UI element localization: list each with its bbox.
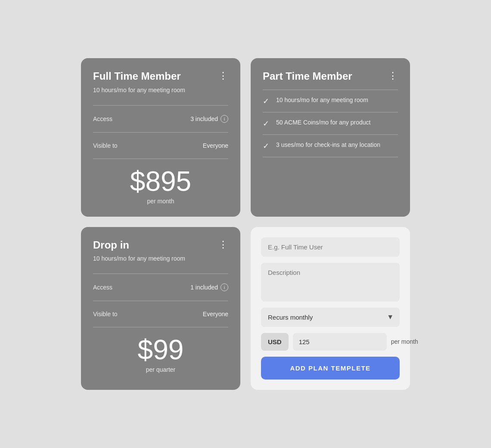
currency-badge: USD: [261, 333, 289, 351]
access-value: 3 included i: [190, 115, 228, 123]
drop-in-divider-2: [93, 301, 228, 301]
full-time-member-card: Full Time Member ⋮ 10 hours/mo for any m…: [81, 58, 240, 216]
feature-item-2: ✓ 50 ACME Coins/mo for any product: [263, 112, 398, 135]
drop-in-divider-3: [93, 327, 228, 327]
full-time-member-title: Full Time Member: [93, 70, 181, 83]
drop-in-access-value: 1 included i: [190, 283, 228, 291]
drop-in-title: Drop in: [93, 239, 129, 252]
price-input[interactable]: [293, 333, 387, 351]
access-value-text: 3 included: [190, 115, 218, 122]
feature-text-3: 3 uses/mo for check-ins at any location: [276, 141, 380, 149]
drop-in-price-amount: $99: [93, 336, 228, 364]
add-plan-button[interactable]: ADD PLAN TEMPLETE: [261, 357, 400, 380]
part-time-member-menu-icon[interactable]: ⋮: [388, 71, 398, 81]
check-icon-1: ✓: [263, 96, 269, 106]
drop-in-access-row: Access 1 included i: [93, 279, 228, 296]
drop-in-access-info-icon[interactable]: i: [221, 283, 228, 291]
visible-value: Everyone: [203, 142, 228, 149]
drop-in-card: Drop in ⋮ 10 hours/mo for any meeting ro…: [81, 227, 240, 390]
drop-in-visible-label: Visible to: [93, 311, 118, 317]
part-time-member-title: Part Time Member: [263, 70, 352, 83]
price-block: $895 per month: [93, 168, 228, 205]
feature-text-1: 10 hours/mo for any meeting room: [276, 96, 368, 105]
features-list: ✓ 10 hours/mo for any meeting room ✓ 50 …: [263, 90, 398, 157]
drop-in-subtitle: 10 hours/mo for any meeting room: [93, 255, 228, 263]
access-label: Access: [93, 115, 112, 122]
drop-in-price-block: $99 per quarter: [93, 336, 228, 373]
access-info-icon[interactable]: i: [221, 115, 228, 123]
visible-label: Visible to: [93, 142, 118, 149]
feature-text-2: 50 ACME Coins/mo for any product: [276, 118, 370, 127]
plan-description-input[interactable]: [261, 263, 400, 302]
check-icon-2: ✓: [263, 119, 269, 128]
full-time-member-subtitle: 10 hours/mo for any meeting room: [93, 86, 228, 95]
pricing-grid: Full Time Member ⋮ 10 hours/mo for any m…: [55, 32, 436, 415]
drop-in-menu-icon[interactable]: ⋮: [218, 240, 228, 249]
card-header: Full Time Member ⋮: [93, 70, 228, 83]
check-icon-3: ✓: [263, 141, 269, 151]
full-time-member-menu-icon[interactable]: ⋮: [218, 71, 228, 81]
drop-in-visible-row: Visible to Everyone: [93, 306, 228, 322]
divider-3: [93, 159, 228, 159]
feature-item-1: ✓ 10 hours/mo for any meeting room: [263, 90, 398, 112]
recurrence-select[interactable]: Recurs monthly Recurs yearly Recurs week…: [261, 308, 400, 327]
price-amount: $895: [93, 168, 228, 195]
recurrence-select-wrapper: Recurs monthly Recurs yearly Recurs week…: [261, 308, 400, 327]
per-month-label: per month: [391, 338, 418, 345]
divider-1: [93, 105, 228, 106]
drop-in-visible-value: Everyone: [203, 311, 228, 317]
add-plan-form: Recurs monthly Recurs yearly Recurs week…: [251, 227, 410, 390]
drop-in-price-period: per quarter: [93, 366, 228, 373]
access-row: Access 3 included i: [93, 111, 228, 127]
plan-name-input[interactable]: [261, 237, 400, 257]
part-time-member-card: Part Time Member ⋮ ✓ 10 hours/mo for any…: [251, 58, 410, 216]
drop-in-access-label: Access: [93, 284, 112, 291]
drop-in-divider-1: [93, 274, 228, 274]
price-row: USD per month: [261, 333, 400, 351]
drop-in-access-text: 1 included: [190, 284, 218, 291]
price-period: per month: [93, 198, 228, 205]
feature-item-3: ✓ 3 uses/mo for check-ins at any locatio…: [263, 135, 398, 157]
part-time-header: Part Time Member ⋮: [263, 70, 398, 83]
visible-row: Visible to Everyone: [93, 138, 228, 153]
drop-in-header: Drop in ⋮: [93, 239, 228, 252]
divider-2: [93, 132, 228, 133]
